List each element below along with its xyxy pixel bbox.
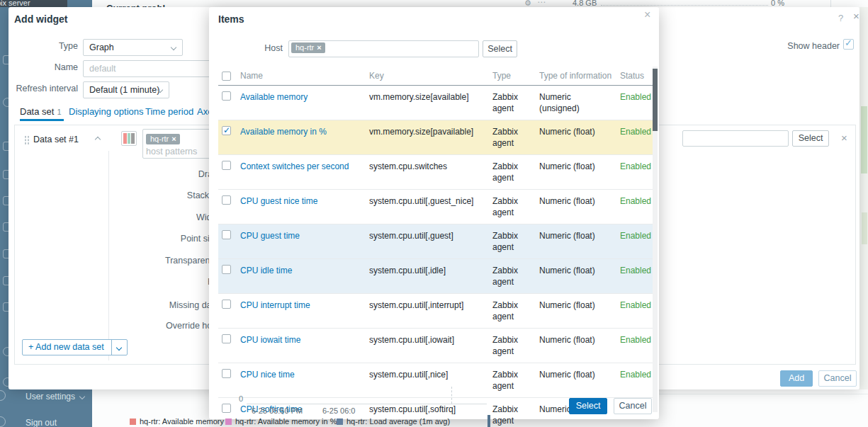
sidebar-item-sign-out[interactable]: Sign out	[26, 418, 57, 427]
item-name-link[interactable]: Available memory in %	[240, 127, 327, 137]
sidebar-item-user-settings[interactable]: User settings	[26, 392, 75, 402]
row-checkbox[interactable]	[222, 369, 231, 378]
row-checkbox[interactable]	[222, 300, 231, 309]
remove-tag-icon[interactable]: ×	[317, 43, 321, 52]
scrollbar-thumb[interactable]	[653, 69, 658, 131]
graph-axis-memory-value: 4.8 GB	[573, 0, 597, 7]
table-row[interactable]: CPU nice timesystem.cpu.util[,nice]Zabbi…	[218, 363, 653, 398]
row-checkbox[interactable]	[222, 161, 231, 170]
table-row[interactable]: CPU guest timesystem.cpu.util[,guest]Zab…	[218, 224, 653, 259]
map-fragment	[861, 106, 867, 173]
item-name-link[interactable]: CPU idle time	[240, 266, 292, 275]
host-tag-chip[interactable]: hq-rtr×	[291, 42, 325, 53]
remove-tag-icon[interactable]: ×	[171, 135, 176, 143]
chevron-down-icon	[116, 344, 122, 350]
item-status: Enabled	[616, 259, 653, 294]
add-data-set-menu-button[interactable]	[111, 340, 127, 355]
row-checkbox[interactable]	[222, 91, 231, 101]
row-checkbox[interactable]	[222, 334, 231, 343]
name-label: Name	[9, 62, 78, 72]
item-key: system.cpu.switches	[366, 155, 489, 190]
drag-handle-icon[interactable]	[24, 135, 30, 145]
refresh-interval-select[interactable]: Default (1 minute)	[83, 81, 169, 98]
graph-gridline	[451, 387, 452, 404]
select-all-checkbox[interactable]	[222, 72, 231, 81]
item-type-of-information: Numeric (float)	[536, 224, 616, 259]
show-header-label: Show header	[753, 41, 840, 51]
tab-data-set[interactable]: Data set1	[20, 106, 62, 117]
item-type: Zabbix agent	[489, 224, 536, 259]
param-label-missing-data: Missing data	[35, 300, 219, 310]
sign-out-icon	[0, 416, 6, 427]
type-select[interactable]: Graph	[83, 39, 183, 56]
row-checkbox[interactable]	[222, 404, 231, 413]
tab-time-period[interactable]: Time period	[145, 106, 193, 117]
item-patterns-input[interactable]	[682, 130, 789, 147]
cancel-button[interactable]: Cancel	[818, 370, 857, 387]
item-type-of-information: Numeric (float)	[536, 190, 616, 224]
item-key: system.cpu.util[,iowait]	[366, 329, 489, 363]
select-button[interactable]: Select	[569, 398, 607, 414]
widget-menu-icon[interactable]: ⋯	[537, 0, 546, 7]
table-row[interactable]: CPU idle timesystem.cpu.util[,idle]Zabbi…	[218, 259, 653, 294]
table-row[interactable]: Available memoryvm.memory.size[available…	[218, 86, 653, 120]
widget-border	[659, 394, 868, 394]
item-type: Zabbix agent	[489, 294, 536, 329]
show-header-checkbox[interactable]: ✓	[843, 39, 854, 50]
item-name-link[interactable]: CPU guest time	[240, 231, 300, 241]
table-row[interactable]: CPU iowait timesystem.cpu.util[,iowait]Z…	[218, 329, 653, 363]
item-type: Zabbix agent	[489, 86, 536, 120]
table-row[interactable]: CPU guest nice timesystem.cpu.util[,gues…	[218, 190, 653, 224]
item-key: vm.memory.size[available]	[366, 86, 489, 120]
item-type: Zabbix agent	[489, 190, 536, 224]
table-row[interactable]: CPU interrupt timesystem.cpu.util[,inter…	[218, 294, 653, 329]
item-name-link[interactable]: Available memory	[240, 92, 308, 102]
close-icon[interactable]: ×	[853, 12, 859, 21]
swatch-stripe	[131, 133, 135, 144]
item-type: Zabbix agent	[489, 329, 536, 363]
host-label: Host	[209, 43, 283, 53]
item-key: system.cpu.util[,idle]	[366, 259, 489, 294]
graph-x-axis	[247, 404, 487, 404]
remove-row-icon[interactable]: ×	[841, 134, 847, 142]
item-name-link[interactable]: Context switches per second	[240, 161, 349, 171]
table-row[interactable]: ✓Available memory in %vm.memory.size[pav…	[218, 120, 653, 155]
close-icon[interactable]: ×	[644, 11, 650, 19]
item-name-link[interactable]: CPU iowait time	[240, 335, 300, 345]
item-key: system.cpu.util[,guest]	[366, 224, 489, 259]
item-name-link[interactable]: CPU guest nice time	[240, 196, 317, 206]
item-key: system.cpu.util[,nice]	[366, 363, 489, 398]
items-dialog: Items × Host hq-rtr× Select NameKeyTypeT…	[209, 7, 659, 419]
column-header-name: Name	[237, 67, 366, 86]
row-checkbox[interactable]	[222, 195, 231, 205]
param-label-fill: Fill	[35, 277, 219, 287]
table-row[interactable]: Context switches per secondsystem.cpu.sw…	[218, 155, 653, 190]
item-name-link[interactable]: CPU interrupt time	[240, 300, 310, 310]
tab-displaying-options[interactable]: Displaying options	[69, 106, 144, 117]
refresh-interval-label: Refresh interval	[9, 84, 78, 93]
item-type-of-information: Numeric (float)	[536, 155, 616, 190]
item-status: Enabled	[616, 329, 653, 363]
color-swatch-button[interactable]	[121, 131, 137, 146]
data-set-label: Data set #1	[33, 135, 79, 144]
widget-divider	[830, 0, 831, 7]
item-name-link[interactable]: CPU nice time	[240, 370, 295, 380]
host-select-button[interactable]: Select	[483, 40, 517, 57]
host-tag-chip[interactable]: hq-rtr×	[146, 134, 180, 144]
host-multiselect[interactable]: hq-rtr×	[288, 40, 479, 57]
item-select-button[interactable]: Select	[792, 130, 829, 147]
collapse-icon[interactable]	[95, 137, 101, 142]
cancel-button[interactable]: Cancel	[614, 398, 652, 414]
row-checkbox[interactable]: ✓	[222, 126, 231, 135]
param-label-override-host: Override host	[35, 321, 219, 331]
item-status: Enabled	[616, 155, 653, 190]
add-new-data-set-button[interactable]: + Add new data set	[22, 339, 128, 355]
add-button[interactable]: Add	[780, 370, 813, 387]
help-icon[interactable]: ?	[838, 13, 843, 23]
row-checkbox[interactable]	[222, 265, 231, 274]
item-status: Enabled	[616, 86, 653, 120]
item-type-of-information: Numeric (float)	[536, 120, 616, 155]
item-status: Enabled	[616, 224, 653, 259]
legend-color-square	[130, 419, 136, 425]
row-checkbox[interactable]	[222, 230, 231, 239]
